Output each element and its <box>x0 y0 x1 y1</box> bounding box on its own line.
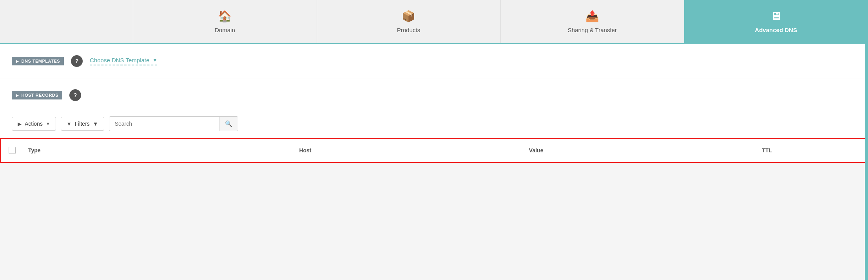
host-records-badge[interactable]: ▶ HOST RECORDS <box>12 91 62 99</box>
search-box: 🔍 <box>109 116 238 131</box>
table-col-host: Host <box>213 147 397 154</box>
dropdown-chevron-icon: ▼ <box>152 58 157 63</box>
search-button[interactable]: 🔍 <box>219 117 238 131</box>
advanced-dns-icon: 🖥 <box>770 10 781 23</box>
actions-caret-icon: ▼ <box>46 121 50 126</box>
filters-label: Filters <box>75 121 90 127</box>
products-icon: 📦 <box>402 10 415 23</box>
col-host-label: Host <box>299 147 311 154</box>
main-content: ▶ DNS TEMPLATES ? Choose DNS Template ▼ … <box>0 44 868 163</box>
page-wrapper: 🏠 Domain 📦 Products 📤 Sharing & Transfer… <box>0 0 868 280</box>
host-records-chevron: ▶ <box>16 93 19 98</box>
dns-templates-badge[interactable]: ▶ DNS TEMPLATES <box>12 57 64 65</box>
dns-template-dropdown[interactable]: Choose DNS Template ▼ <box>90 57 157 65</box>
dns-templates-chevron: ▶ <box>16 59 19 63</box>
host-records-label: HOST RECORDS <box>22 93 59 98</box>
table-col-ttl: TTL <box>675 147 859 154</box>
actions-play-icon: ▶ <box>18 121 22 127</box>
right-accent-bar <box>865 0 868 280</box>
domain-icon: 🏠 <box>218 10 232 23</box>
host-records-section: ▶ HOST RECORDS ? <box>0 78 868 109</box>
sharing-transfer-icon: 📤 <box>585 10 599 23</box>
col-ttl-label: TTL <box>762 147 772 154</box>
tab-domain[interactable]: 🏠 Domain <box>133 0 317 43</box>
table-header-row: Type Host Value TTL <box>1 139 867 162</box>
search-input[interactable] <box>109 117 219 130</box>
nav-spacer <box>0 0 133 43</box>
host-records-table: Type Host Value TTL <box>0 138 868 163</box>
dns-template-dropdown-label: Choose DNS Template <box>90 57 149 63</box>
tab-products-label: Products <box>397 27 420 33</box>
tab-advanced-dns-label: Advanced DNS <box>755 27 797 33</box>
col-value-label: Value <box>529 147 544 154</box>
host-records-help-button[interactable]: ? <box>69 89 81 101</box>
tab-products[interactable]: 📦 Products <box>317 0 501 43</box>
top-nav: 🏠 Domain 📦 Products 📤 Sharing & Transfer… <box>0 0 868 44</box>
host-records-help-icon: ? <box>74 92 77 98</box>
tab-sharing-transfer[interactable]: 📤 Sharing & Transfer <box>501 0 685 43</box>
actions-label: Actions <box>25 121 43 127</box>
actions-bar: ▶ Actions ▼ ▼ Filters ▼ 🔍 <box>0 109 868 138</box>
actions-button[interactable]: ▶ Actions ▼ <box>12 117 56 131</box>
dns-templates-help-icon: ? <box>75 58 79 64</box>
col-type-label: Type <box>28 147 41 154</box>
dns-templates-label: DNS TEMPLATES <box>22 59 60 63</box>
tab-domain-label: Domain <box>215 27 235 33</box>
filters-funnel-icon: ▼ <box>67 121 72 127</box>
search-icon: 🔍 <box>225 120 232 127</box>
dns-templates-section: ▶ DNS TEMPLATES ? Choose DNS Template ▼ <box>0 44 868 78</box>
filters-button[interactable]: ▼ Filters ▼ <box>61 117 104 131</box>
table-col-type: Type <box>28 147 213 154</box>
dns-templates-help-button[interactable]: ? <box>71 55 83 67</box>
table-select-all-cell <box>9 147 28 154</box>
tab-advanced-dns[interactable]: 🖥 Advanced DNS <box>684 0 868 43</box>
filters-caret-icon: ▼ <box>93 121 98 127</box>
table-col-value: Value <box>398 147 675 154</box>
tab-sharing-transfer-label: Sharing & Transfer <box>568 27 617 33</box>
select-all-checkbox[interactable] <box>9 147 16 154</box>
